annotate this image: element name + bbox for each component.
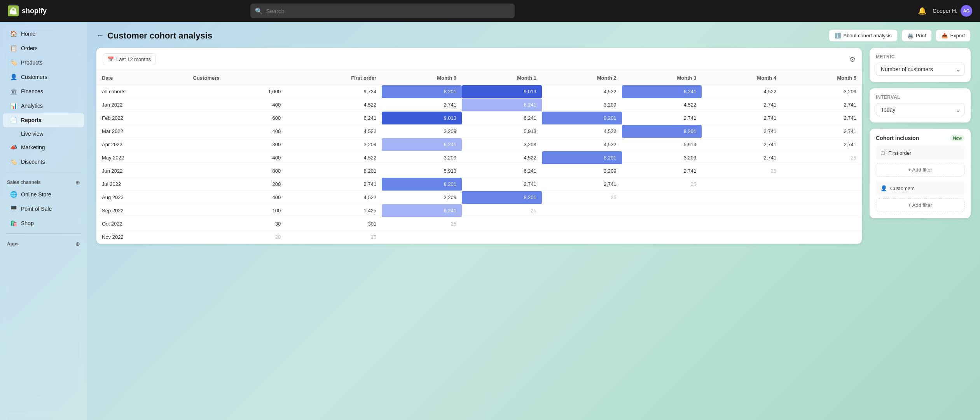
cell-m2: 4,522 — [542, 85, 622, 98]
search-icon: 🔍 — [255, 7, 263, 15]
cell-m4 — [702, 204, 782, 217]
cell-m-2: 400 — [188, 125, 286, 138]
search-bar[interactable]: 🔍 — [250, 4, 515, 18]
table-header-row: Date Customers First order Month 0 Month… — [96, 71, 862, 85]
cell-m2 — [542, 204, 622, 217]
cell-m-2: 600 — [188, 112, 286, 125]
sidebar-item-live-view[interactable]: Live view — [3, 128, 84, 140]
cohort-table: Date Customers First order Month 0 Month… — [96, 71, 862, 244]
export-button[interactable]: 📤 Export — [936, 30, 971, 42]
col-month-4: Month 4 — [702, 71, 782, 85]
sales-channels-label: Sales channels — [7, 180, 41, 185]
cell-m0: 8,201 — [382, 85, 462, 98]
shopify-name: shopify — [22, 7, 47, 15]
user-name: Cooper H. — [933, 8, 957, 14]
sidebar-label-home: Home — [21, 31, 35, 37]
sidebar-label-orders: Orders — [21, 45, 38, 51]
cell-m3: 6,241 — [622, 85, 702, 98]
main-content: ← Customer cohort analysis ℹ️ About coho… — [87, 22, 980, 420]
cell-m4 — [702, 191, 782, 204]
cell-m-1: 301 — [286, 217, 382, 231]
discounts-icon: 🏷️ — [10, 158, 17, 165]
sidebar-item-discounts[interactable]: 🏷️ Discounts — [3, 155, 84, 169]
cell-m3: 8,201 — [622, 125, 702, 138]
sidebar-item-marketing[interactable]: 📣 Marketing — [3, 140, 84, 154]
cell-m-1: 9,724 — [286, 85, 382, 98]
sales-channels-section: Sales channels ⊕ — [0, 175, 87, 187]
apps-expand[interactable]: ⊕ — [75, 241, 80, 247]
sidebar-item-shop[interactable]: 🛍️ Shop — [3, 216, 84, 230]
sidebar-item-reports[interactable]: 📄 Reports — [3, 113, 84, 127]
interval-select-wrap[interactable]: Today Weekly Monthly — [876, 103, 964, 116]
shopify-logo[interactable]: shopify — [8, 5, 47, 16]
first-order-icon: ⬡ — [880, 150, 885, 156]
filter-settings-button[interactable]: ⚙ — [849, 55, 856, 64]
sidebar-item-finances[interactable]: 🏛️ Finances — [3, 84, 84, 98]
cell-m4: 2,741 — [702, 138, 782, 151]
sidebar-label-finances: Finances — [21, 88, 43, 94]
cell-m4 — [702, 178, 782, 191]
cell-m3: 2,741 — [622, 164, 702, 178]
cell-m4 — [702, 231, 782, 244]
notification-button[interactable]: 🔔 — [916, 5, 928, 17]
sidebar-item-point-of-sale[interactable]: 🖥️ Point of Sale — [3, 202, 84, 216]
date-filter-button[interactable]: 📅 Last 12 months — [103, 53, 156, 65]
top-navigation: shopify 🔍 🔔 Cooper H. AG — [0, 0, 980, 22]
cell-m-1: 4,522 — [286, 125, 382, 138]
search-input[interactable] — [250, 4, 515, 18]
cell-m-2: 30 — [188, 217, 286, 231]
table-scroll[interactable]: Date Customers First order Month 0 Month… — [96, 71, 862, 244]
table-row: Nov 20222025 — [96, 231, 862, 244]
about-cohort-button[interactable]: ℹ️ About cohort analysis — [829, 30, 897, 42]
sidebar-item-analytics[interactable]: 📊 Analytics — [3, 99, 84, 113]
table-row: Mar 20224004,5223,2095,9134,5228,2012,74… — [96, 125, 862, 138]
interval-select[interactable]: Today Weekly Monthly — [876, 103, 964, 116]
user-info: Cooper H. AG — [933, 5, 972, 17]
cell-m1: 2,741 — [462, 178, 542, 191]
cell-m5: 3,209 — [782, 85, 862, 98]
orders-icon: 📋 — [10, 45, 17, 52]
sidebar-item-orders[interactable]: 📋 Orders — [3, 41, 84, 55]
sidebar-item-online-store[interactable]: 🌐 Online Store — [3, 187, 84, 201]
cell-m-1: 2,741 — [286, 178, 382, 191]
sidebar-item-products[interactable]: 🏷️ Products — [3, 56, 84, 70]
sidebar-item-customers[interactable]: 👤 Customers — [3, 70, 84, 84]
cell-m-2: 20 — [188, 231, 286, 244]
table-row: Jul 20222002,7418,2012,7412,74125 — [96, 178, 862, 191]
back-button[interactable]: ← — [96, 32, 103, 40]
col-date: Date — [96, 71, 188, 85]
cell-m0: 5,913 — [382, 164, 462, 178]
cell-m2: 2,741 — [542, 178, 622, 191]
cell-m2 — [542, 217, 622, 231]
print-button[interactable]: 🖨️ Print — [901, 30, 932, 42]
sidebar-label-discounts: Discounts — [21, 159, 45, 165]
sidebar-label-online-store: Online Store — [21, 191, 51, 198]
cell-date: All cohorts — [96, 85, 188, 98]
metric-select-wrap[interactable]: Number of customers Percentage of custom… — [876, 63, 964, 76]
cell-m-2: 400 — [188, 151, 286, 164]
finances-icon: 🏛️ — [10, 88, 17, 95]
table-row: May 20224004,5223,2094,5228,2013,2092,74… — [96, 151, 862, 164]
export-btn-label: Export — [950, 33, 965, 38]
cell-m-2: 100 — [188, 204, 286, 217]
cell-m0: 3,209 — [382, 151, 462, 164]
cell-m-1: 6,241 — [286, 112, 382, 125]
sidebar-label-products: Products — [21, 60, 42, 66]
add-filter-button-1[interactable]: + Add filter — [876, 163, 964, 177]
cell-m-1: 3,209 — [286, 138, 382, 151]
customers-filter-icon: 👤 — [880, 185, 887, 191]
cell-m3: 5,913 — [622, 138, 702, 151]
sidebar-item-home[interactable]: 🏠 Home — [3, 27, 84, 41]
print-btn-label: Print — [916, 33, 926, 38]
cell-date: Jun 2022 — [96, 164, 188, 178]
add-filter-button-2[interactable]: + Add filter — [876, 198, 964, 212]
export-icon: 📤 — [942, 33, 948, 38]
cell-m3 — [622, 191, 702, 204]
cell-m1: 9,013 — [462, 85, 542, 98]
col-month-1: Month 1 — [462, 71, 542, 85]
metric-select[interactable]: Number of customers Percentage of custom… — [876, 63, 964, 76]
cell-m1: 25 — [462, 204, 542, 217]
topnav-right: 🔔 Cooper H. AG — [916, 5, 972, 17]
sales-channels-expand[interactable]: ⊕ — [75, 179, 80, 186]
col-month-3: Month 3 — [622, 71, 702, 85]
